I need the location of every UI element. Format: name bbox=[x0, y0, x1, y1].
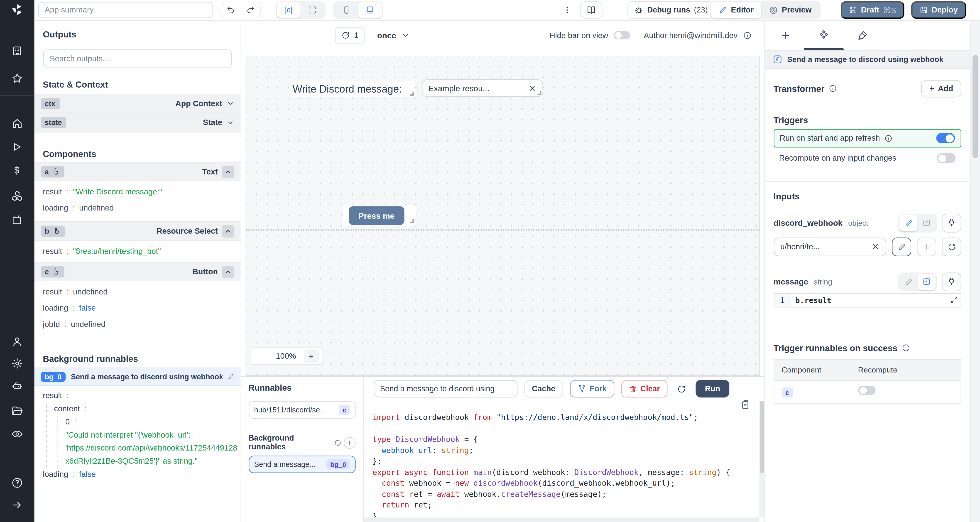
script-name-input[interactable] bbox=[374, 380, 518, 398]
run-on-start-toggle[interactable] bbox=[936, 133, 955, 143]
tab-editor[interactable]: Editor bbox=[711, 2, 761, 18]
resource-value-input[interactable]: u/henri/te... bbox=[773, 237, 886, 256]
theme-tab-paintbrush-icon[interactable] bbox=[857, 30, 868, 41]
component-row-c[interactable]: c Button bbox=[34, 262, 240, 281]
center-align-button[interactable] bbox=[277, 2, 300, 18]
code-vertical-scrollbar[interactable] bbox=[759, 401, 764, 518]
device-toggle-group bbox=[333, 1, 383, 19]
static-pencil-mode[interactable] bbox=[899, 273, 918, 290]
copy-code-icon[interactable] bbox=[740, 399, 751, 410]
resources-cubes-icon[interactable] bbox=[9, 188, 25, 204]
static-pencil-mode[interactable] bbox=[899, 215, 918, 231]
desktop-view-button[interactable] bbox=[358, 2, 382, 18]
workers-robot-icon[interactable] bbox=[9, 377, 25, 394]
run-mode-select[interactable]: once bbox=[377, 30, 410, 40]
hide-bar-toggle[interactable] bbox=[614, 31, 630, 40]
cache-button[interactable]: Cache bbox=[525, 380, 563, 398]
refresh-resource-button[interactable] bbox=[942, 237, 961, 256]
hand-pointer-icon bbox=[52, 227, 60, 235]
resize-handle[interactable] bbox=[537, 91, 541, 95]
canvas-press-me-button[interactable]: Press me bbox=[348, 206, 404, 225]
add-transformer-button[interactable]: + Add bbox=[921, 80, 961, 97]
ctx-badge: ctx bbox=[40, 98, 60, 109]
settings-gear-icon[interactable] bbox=[9, 355, 25, 371]
output-row-state[interactable]: state State bbox=[34, 113, 240, 132]
refresh-count-button[interactable]: 1 bbox=[335, 27, 364, 43]
apps-icon[interactable] bbox=[9, 43, 25, 59]
add-resource-button[interactable] bbox=[917, 237, 936, 256]
windmill-logo[interactable] bbox=[10, 3, 24, 17]
redo-button[interactable] bbox=[240, 2, 259, 18]
eval-f-mode[interactable] bbox=[917, 273, 935, 290]
favorites-star-icon[interactable] bbox=[9, 70, 25, 86]
prop-value: "Write Discord message:" bbox=[73, 187, 162, 197]
page-scrollbar[interactable] bbox=[970, 21, 980, 522]
collapse-chevron-up[interactable] bbox=[222, 224, 234, 237]
fork-button[interactable]: Fork bbox=[570, 380, 614, 398]
app-summary-input[interactable] bbox=[38, 2, 213, 18]
code-lines[interactable]: import discordwebhook from "https://deno… bbox=[364, 401, 759, 518]
audit-eye-icon[interactable] bbox=[9, 426, 25, 442]
field-discord-webhook: discord_webhook object bbox=[773, 213, 961, 232]
variables-dollar-icon[interactable] bbox=[9, 162, 25, 179]
docs-book-button[interactable] bbox=[580, 2, 602, 19]
collapse-arrow-icon[interactable] bbox=[9, 497, 25, 513]
section-divider bbox=[765, 181, 970, 182]
code-horizontal-scrollbar[interactable] bbox=[364, 518, 759, 522]
home-icon[interactable] bbox=[9, 115, 25, 131]
clear-button[interactable]: Clear bbox=[621, 380, 668, 398]
left-rail bbox=[0, 0, 34, 522]
connect-plug-button[interactable] bbox=[942, 272, 961, 291]
collapse-chevron-up[interactable] bbox=[222, 166, 234, 178]
scrollbar-thumb[interactable] bbox=[972, 55, 978, 158]
resize-handle[interactable] bbox=[410, 220, 414, 223]
mobile-view-button[interactable] bbox=[334, 2, 358, 18]
message-expression-editor[interactable]: 1 b.result bbox=[773, 293, 961, 308]
trigger-success-table: Component Recompute c bbox=[773, 359, 961, 404]
search-outputs-input[interactable] bbox=[43, 49, 232, 68]
draft-button[interactable]: Draft ⌘S bbox=[840, 2, 904, 19]
input-mode-segment bbox=[898, 213, 937, 232]
help-icon[interactable] bbox=[9, 474, 25, 491]
collapse-chevron-up[interactable] bbox=[222, 266, 234, 278]
runnable-item-selected[interactable]: Send a message... bg_0 bbox=[248, 455, 355, 473]
settings-tab-components-icon[interactable] bbox=[817, 29, 830, 41]
folders-icon[interactable] bbox=[9, 403, 25, 419]
eval-f-mode[interactable] bbox=[917, 215, 935, 231]
fullscreen-button[interactable] bbox=[300, 2, 324, 18]
runnable-item[interactable]: hub/1511/discord/se... c bbox=[248, 401, 355, 419]
hand-pointer-icon bbox=[52, 167, 60, 176]
canvas-resource-select[interactable]: Example resou... bbox=[422, 80, 542, 97]
schedules-calendar-icon[interactable] bbox=[9, 212, 25, 228]
users-person-icon[interactable] bbox=[9, 333, 25, 349]
recompute-toggle[interactable] bbox=[937, 153, 956, 163]
component-row-b[interactable]: b Resource Select bbox=[34, 221, 240, 240]
input-mode-segment bbox=[898, 272, 937, 291]
canvas-grid[interactable]: Write Discord message: Example resou... … bbox=[245, 56, 759, 376]
more-menu-kebab-icon[interactable] bbox=[562, 5, 571, 14]
canvas-text-component[interactable]: Write Discord message: bbox=[293, 81, 415, 97]
add-bg-runnable-button[interactable] bbox=[344, 436, 356, 448]
output-row-ctx[interactable]: ctx App Context bbox=[34, 94, 240, 113]
zoom-out-button[interactable]: − bbox=[255, 351, 269, 361]
clear-x-icon[interactable] bbox=[528, 84, 536, 92]
runs-play-icon[interactable] bbox=[9, 139, 25, 155]
edit-resource-pencil-button[interactable] bbox=[892, 237, 911, 256]
tab-preview[interactable]: Preview bbox=[761, 2, 819, 18]
undo-button[interactable] bbox=[221, 2, 240, 18]
deploy-button[interactable]: Deploy bbox=[911, 2, 966, 19]
recompute-row-toggle[interactable] bbox=[858, 386, 875, 395]
clear-x-icon[interactable] bbox=[871, 242, 880, 251]
connect-plug-button[interactable] bbox=[942, 213, 961, 232]
debug-runs-button[interactable]: Debug runs (23) bbox=[627, 2, 714, 19]
right-panel-tabs bbox=[765, 21, 970, 50]
refresh-code-button[interactable] bbox=[674, 380, 689, 398]
background-runnable-row-bg0[interactable]: bg_0 Send a message to discord using web… bbox=[34, 368, 240, 386]
zoom-in-button[interactable]: + bbox=[304, 349, 318, 363]
code-editor-pane: Cache Fork Clear Run import discordwebho… bbox=[364, 377, 764, 522]
expand-editor-icon[interactable] bbox=[950, 295, 958, 304]
run-button[interactable]: Run bbox=[695, 380, 730, 398]
resize-handle[interactable] bbox=[410, 92, 414, 96]
component-row-a[interactable]: a Text bbox=[34, 162, 240, 181]
insert-component-tab-plus-icon[interactable] bbox=[780, 30, 790, 41]
